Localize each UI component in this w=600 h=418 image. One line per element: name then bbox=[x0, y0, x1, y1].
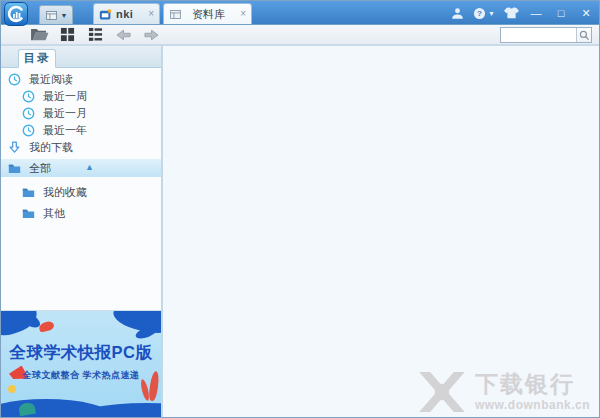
promo-banner[interactable]: 全球学术快报PC版 全球文献整合 学术热点速递 bbox=[1, 310, 161, 417]
grid-view-button[interactable] bbox=[57, 26, 78, 43]
sidebar-item-label: 我的收藏 bbox=[43, 185, 87, 200]
sidebar-item-my-favorites[interactable]: 我的收藏 bbox=[1, 184, 161, 201]
sidebar-item-label: 最近阅读 bbox=[29, 72, 73, 87]
maximize-button[interactable]: □ bbox=[553, 1, 569, 25]
sidebar: 目录 最近阅读 最近一周 最近一月 最近一年 bbox=[1, 46, 163, 417]
close-tab-icon[interactable]: × bbox=[240, 9, 246, 19]
svg-text:?: ? bbox=[477, 9, 482, 18]
tab-cnki-label: nki bbox=[116, 8, 133, 20]
window-stack-icon bbox=[45, 9, 58, 22]
content-area: 下载银行 www.downbank.cn bbox=[163, 46, 599, 417]
chevron-down-icon: ▼ bbox=[488, 10, 495, 17]
watermark: 下载银行 www.downbank.cn bbox=[418, 372, 590, 412]
download-icon bbox=[8, 141, 21, 154]
toolbar bbox=[1, 25, 599, 46]
forward-button[interactable] bbox=[141, 26, 162, 43]
sidebar-item-label: 其他 bbox=[43, 206, 65, 221]
app-window: ▼ nki × 资料库 × ? ▼ bbox=[0, 0, 600, 418]
app-logo-icon[interactable] bbox=[4, 2, 28, 26]
sidebar-item-label: 我的下载 bbox=[29, 140, 73, 155]
back-button[interactable] bbox=[113, 26, 134, 43]
titlebar-actions: ? ▼ — □ ✕ bbox=[451, 1, 594, 25]
sidebar-tabstrip: 目录 bbox=[1, 46, 161, 68]
search-input[interactable] bbox=[501, 28, 576, 42]
downbank-logo-icon bbox=[418, 372, 466, 412]
sidebar-item-label: 全部 bbox=[29, 161, 51, 176]
open-file-button[interactable] bbox=[29, 26, 50, 43]
sidebar-item-label: 最近一月 bbox=[43, 106, 87, 121]
tab-repository[interactable]: 资料库 × bbox=[163, 3, 252, 24]
skin-theme-button[interactable] bbox=[504, 7, 519, 19]
sidebar-item-my-downloads[interactable]: 我的下载 bbox=[1, 139, 161, 156]
clock-icon bbox=[22, 90, 35, 103]
titlebar: ▼ nki × 资料库 × ? ▼ bbox=[1, 1, 599, 25]
sidebar-item-last-year[interactable]: 最近一年 bbox=[1, 122, 161, 139]
close-tab-icon[interactable]: × bbox=[148, 9, 154, 19]
banner-subtitle: 全球文献整合 学术热点速递 bbox=[1, 369, 161, 382]
sidebar-item-recent-read[interactable]: 最近阅读 bbox=[1, 71, 161, 88]
user-account-button[interactable] bbox=[451, 7, 464, 20]
tab-repository-label: 资料库 bbox=[192, 7, 225, 22]
folder-icon bbox=[8, 162, 21, 175]
sidebar-item-all[interactable]: 全部 ▲ bbox=[1, 159, 161, 177]
watermark-url: www.downbank.cn bbox=[475, 399, 590, 411]
cnki-logo-icon bbox=[99, 8, 112, 21]
arrow-left-icon bbox=[115, 28, 132, 42]
sidebar-item-others[interactable]: 其他 bbox=[1, 205, 161, 222]
sidebar-item-last-month[interactable]: 最近一月 bbox=[1, 105, 161, 122]
fish-decoration bbox=[38, 320, 55, 332]
sidebar-item-label: 最近一周 bbox=[43, 89, 87, 104]
dot-decoration bbox=[8, 385, 16, 393]
clock-icon bbox=[22, 124, 35, 137]
sidebar-item-label: 最近一年 bbox=[43, 123, 87, 138]
document-icon bbox=[169, 8, 182, 21]
list-view-button[interactable] bbox=[85, 26, 106, 43]
tab-list-button[interactable]: ▼ bbox=[39, 5, 73, 24]
search-box bbox=[500, 27, 592, 43]
search-button[interactable] bbox=[576, 28, 591, 42]
help-button[interactable]: ? ▼ bbox=[473, 7, 495, 20]
sidebar-item-last-week[interactable]: 最近一周 bbox=[1, 88, 161, 105]
clock-icon bbox=[22, 107, 35, 120]
chevron-down-icon: ▼ bbox=[61, 12, 68, 19]
main-area: 目录 最近阅读 最近一周 最近一月 最近一年 bbox=[1, 46, 599, 417]
search-icon bbox=[579, 30, 590, 41]
tab-directory[interactable]: 目录 bbox=[18, 49, 56, 68]
grid-view-icon bbox=[60, 27, 75, 42]
arrow-right-icon bbox=[143, 28, 160, 42]
close-window-button[interactable]: ✕ bbox=[578, 1, 594, 25]
clock-icon bbox=[8, 73, 21, 86]
list-view-icon bbox=[88, 27, 103, 42]
tab-cnki[interactable]: nki × bbox=[93, 3, 160, 24]
banner-title: 全球学术快报PC版 bbox=[1, 342, 161, 364]
collapse-arrow-icon[interactable]: ▲ bbox=[85, 163, 94, 172]
directory-tree: 最近阅读 最近一周 最近一月 最近一年 我的下载 bbox=[1, 68, 161, 222]
minimize-button[interactable]: — bbox=[528, 1, 544, 25]
watermark-brand: 下载银行 bbox=[475, 373, 590, 396]
folder-open-icon bbox=[30, 27, 49, 42]
folder-icon bbox=[22, 207, 35, 220]
folder-icon bbox=[22, 186, 35, 199]
